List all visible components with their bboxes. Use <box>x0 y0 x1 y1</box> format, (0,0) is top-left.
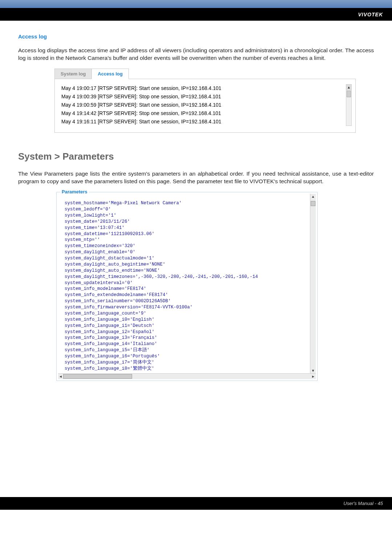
scroll-up-icon[interactable]: ▲ <box>346 85 351 90</box>
scroll-thumb[interactable] <box>311 201 315 206</box>
brand-name: VIVOTEK <box>358 12 383 17</box>
access-log-lines: May 4 19:00:17 [RTSP SERVER]: Start one … <box>61 84 346 126</box>
scroll-down-icon[interactable]: ▼ <box>310 368 316 373</box>
scroll-thumb[interactable] <box>63 374 132 379</box>
log-line: May 4 19:16:11 [RTSP SERVER]: Start one … <box>61 118 346 126</box>
scroll-thumb[interactable] <box>347 91 351 97</box>
access-log-panel: System log Access log May 4 19:00:17 [RT… <box>54 69 356 133</box>
log-line: May 4 19:00:17 [RTSP SERVER]: Start one … <box>61 84 346 93</box>
scroll-left-icon[interactable]: ◄ <box>58 374 63 379</box>
decorative-top-bar <box>0 0 392 8</box>
parameters-heading: System > Parameters <box>18 151 374 162</box>
parameters-legend: Parameters <box>60 189 89 194</box>
log-scrollbar[interactable]: ▲ <box>346 84 352 126</box>
log-line: May 4 19:00:39 [RTSP SERVER]: Stop one s… <box>61 93 346 101</box>
access-log-heading: Access log <box>18 33 374 40</box>
access-log-body: May 4 19:00:17 [RTSP SERVER]: Start one … <box>54 79 356 133</box>
parameters-v-scroll[interactable]: ▲ ▼ <box>310 194 316 373</box>
parameters-h-scroll[interactable]: ◄ ► <box>58 373 316 379</box>
scroll-up-icon[interactable]: ▲ <box>310 194 316 199</box>
scroll-right-icon[interactable]: ► <box>311 374 316 379</box>
page-content: Access log Access log displays the acces… <box>0 21 392 403</box>
h-scroll-track[interactable] <box>63 374 311 379</box>
footer-bar: User's Manual - 45 <box>0 497 392 510</box>
log-line: May 4 19:14:42 [RTSP SERVER]: Stop one s… <box>61 109 346 118</box>
tab-system-log[interactable]: System log <box>54 69 92 79</box>
brand-bar: VIVOTEK <box>0 8 392 21</box>
parameters-intro: The View Parameters page lists the entir… <box>18 170 374 185</box>
log-line: May 4 19:00:59 [RTSP SERVER]: Start one … <box>61 101 346 109</box>
tabs-row: System log Access log <box>54 69 356 79</box>
parameters-text[interactable]: system_hostname='Mega-Pixel Network Came… <box>58 194 310 373</box>
tab-access-log[interactable]: Access log <box>91 69 129 79</box>
footer-text: User's Manual - 45 <box>343 501 383 506</box>
parameters-box: Parameters system_hostname='Mega-Pixel N… <box>56 192 318 381</box>
access-log-intro: Access log displays the access time and … <box>18 47 374 62</box>
